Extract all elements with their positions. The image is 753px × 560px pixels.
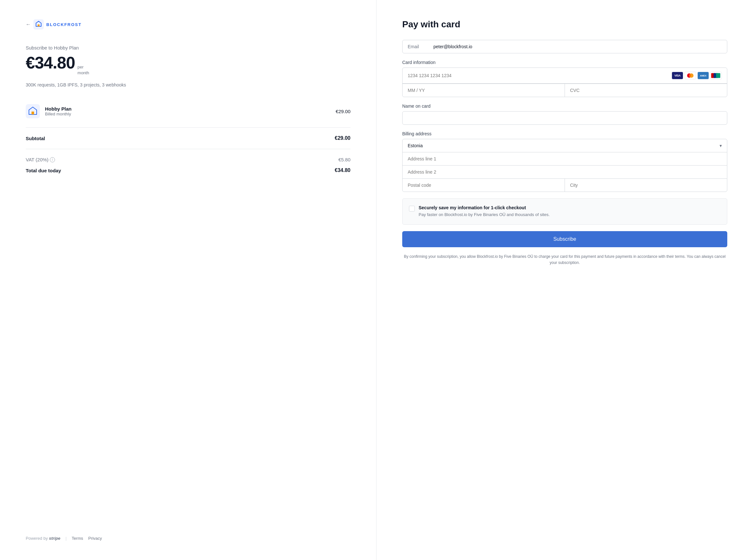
name-label: Name on card <box>402 103 727 109</box>
card-icons: VISA AMEX <box>672 72 722 79</box>
country-select[interactable]: Estonia ▾ <box>402 139 727 153</box>
vat-row: VAT (20%) i €5.80 <box>26 154 351 165</box>
card-expiry-input[interactable] <box>402 84 565 97</box>
subtotal-value: €29.00 <box>335 135 351 141</box>
plan-billing: Billed monthly <box>45 112 331 116</box>
price-row: €34.80 per month <box>26 53 351 76</box>
vat-label: VAT (20%) i <box>26 157 55 162</box>
name-input[interactable] <box>402 111 727 125</box>
stripe-brand: stripe <box>49 536 60 541</box>
vat-value: €5.80 <box>338 157 351 162</box>
address-line2-input[interactable] <box>402 165 727 178</box>
email-input[interactable] <box>433 44 722 49</box>
back-arrow-icon: ← <box>26 22 31 27</box>
amex-icon: AMEX <box>697 72 709 79</box>
footer-divider: | <box>65 536 66 541</box>
price-amount: €34.80 <box>26 53 75 72</box>
brand: BLOCKFROST <box>34 19 82 29</box>
postal-code-input[interactable] <box>402 179 565 192</box>
total-value: €34.80 <box>335 167 351 173</box>
features-text: 300K requests, 1GB IPFS, 3 projects, 3 w… <box>26 82 351 87</box>
billing-label: Billing address <box>402 131 727 136</box>
plan-price: €29.00 <box>336 109 351 114</box>
vat-info-icon[interactable]: i <box>50 157 55 162</box>
billing-section: Billing address Estonia ▾ <box>402 131 727 192</box>
price-period: per month <box>78 64 89 76</box>
divider-2 <box>26 149 351 149</box>
back-link[interactable]: ← BLOCKFROST <box>26 19 351 29</box>
card-section: Card information VISA AMEX <box>402 60 727 97</box>
svg-rect-3 <box>32 112 34 115</box>
total-label: Total due today <box>26 168 61 173</box>
plan-details: Hobby Plan Billed monthly <box>45 106 331 116</box>
card-cvc-input[interactable] <box>565 84 727 97</box>
email-field-row: Email <box>402 40 727 53</box>
chevron-down-icon: ▾ <box>719 143 722 148</box>
subscribe-button[interactable]: Subscribe <box>402 231 727 247</box>
left-panel: ← BLOCKFROST Subscribe to Hobby Plan €34… <box>0 0 376 560</box>
card-number-input[interactable] <box>408 73 672 78</box>
subscribe-label: Subscribe to Hobby Plan <box>26 45 351 51</box>
mastercard-icon <box>685 72 696 79</box>
plan-name: Hobby Plan <box>45 106 331 112</box>
name-section: Name on card <box>402 103 727 125</box>
email-label: Email <box>408 44 433 49</box>
email-section: Email <box>402 40 727 53</box>
save-title: Securely save my information for 1-click… <box>419 205 550 210</box>
subtotal-row: Subtotal €29.00 <box>26 133 351 144</box>
footer: Powered by stripe | Terms Privacy <box>26 523 351 541</box>
country-text: Estonia <box>408 143 719 148</box>
address-split <box>402 178 727 192</box>
card-info-label: Card information <box>402 60 727 65</box>
save-text-block: Securely save my information for 1-click… <box>419 205 550 218</box>
subtotal-label: Subtotal <box>26 136 45 141</box>
unionpay-icon <box>710 72 722 79</box>
terms-link[interactable]: Terms <box>72 536 83 541</box>
save-checkbox[interactable] <box>409 206 415 212</box>
plan-item: Hobby Plan Billed monthly €29.00 <box>26 100 351 122</box>
city-input[interactable] <box>565 179 727 192</box>
brand-logo-icon <box>34 19 44 29</box>
plan-icon <box>26 104 40 118</box>
save-desc: Pay faster on Blockfrost.io by Five Bina… <box>419 212 550 218</box>
svg-rect-2 <box>26 104 40 118</box>
billing-box: Estonia ▾ <box>402 139 727 192</box>
page-title: Pay with card <box>402 19 727 29</box>
svg-rect-9 <box>716 73 720 78</box>
card-number-row: VISA AMEX <box>402 68 727 84</box>
address-line1-input[interactable] <box>402 153 727 165</box>
total-row: Total due today €34.80 <box>26 165 351 176</box>
legal-text: By confirming your subscription, you all… <box>402 254 727 266</box>
right-panel: Pay with card Email Card information VIS… <box>376 0 753 560</box>
save-checkbox-section: Securely save my information for 1-click… <box>402 198 727 225</box>
brand-name: BLOCKFROST <box>46 22 82 27</box>
card-bottom-split <box>402 84 727 97</box>
privacy-link[interactable]: Privacy <box>88 536 102 541</box>
card-box: VISA AMEX <box>402 67 727 97</box>
visa-icon: VISA <box>672 72 683 79</box>
powered-by-text: Powered by stripe <box>26 536 60 541</box>
